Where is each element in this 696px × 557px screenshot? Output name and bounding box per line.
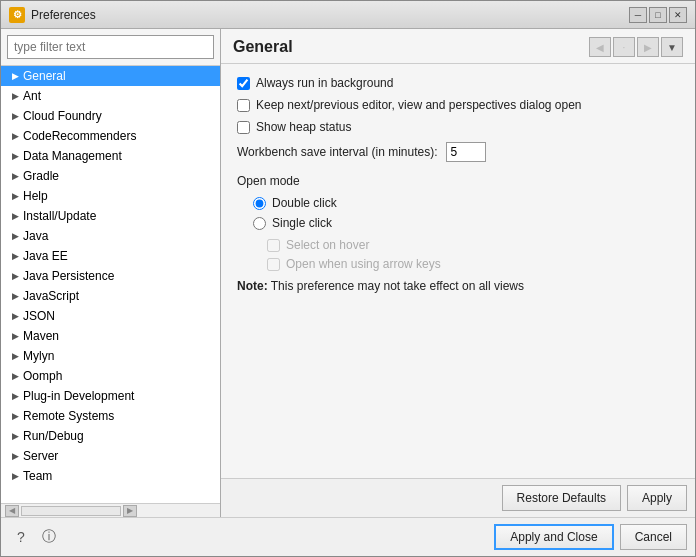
- tree-item-java-ee[interactable]: ▶Java EE: [1, 246, 220, 266]
- tree-item-label-maven: Maven: [23, 329, 59, 343]
- panel-title: General: [233, 38, 293, 56]
- tree-item-label-team: Team: [23, 469, 52, 483]
- bottom-bar: ? ⓘ Apply and Close Cancel: [1, 517, 695, 556]
- tree-item-label-gradle: Gradle: [23, 169, 59, 183]
- tree-item-general[interactable]: ▶General: [1, 66, 220, 86]
- scroll-right-btn[interactable]: ▶: [123, 505, 137, 517]
- tree-item-code-recommenders[interactable]: ▶CodeRecommenders: [1, 126, 220, 146]
- tree-item-team[interactable]: ▶Team: [1, 466, 220, 486]
- tree-arrow-data-management: ▶: [9, 150, 21, 162]
- tree-item-label-general: General: [23, 69, 66, 83]
- search-container: [1, 29, 220, 66]
- single-click-label: Single click: [272, 216, 332, 230]
- show-heap-checkbox[interactable]: [237, 121, 250, 134]
- minimize-button[interactable]: ─: [629, 7, 647, 23]
- preferences-window: ⚙ Preferences ─ □ ✕ ▶General▶Ant▶Cloud F…: [0, 0, 696, 557]
- tree-arrow-general: ▶: [9, 70, 21, 82]
- scroll-left-btn[interactable]: ◀: [5, 505, 19, 517]
- title-bar: ⚙ Preferences ─ □ ✕: [1, 1, 695, 29]
- open-arrow-checkbox[interactable]: [267, 258, 280, 271]
- tree-item-label-javascript: JavaScript: [23, 289, 79, 303]
- apply-button[interactable]: Apply: [627, 485, 687, 511]
- tree-item-json[interactable]: ▶JSON: [1, 306, 220, 326]
- always-run-bg-checkbox[interactable]: [237, 77, 250, 90]
- main-content: ▶General▶Ant▶Cloud Foundry▶CodeRecommend…: [1, 29, 695, 517]
- select-hover-checkbox[interactable]: [267, 239, 280, 252]
- open-mode-group: Double click Single click: [237, 196, 679, 230]
- tree-item-label-json: JSON: [23, 309, 55, 323]
- show-heap-label: Show heap status: [256, 120, 351, 134]
- tree-item-oomph[interactable]: ▶Oomph: [1, 366, 220, 386]
- tree-item-label-data-management: Data Management: [23, 149, 122, 163]
- tree-arrow-run-debug: ▶: [9, 430, 21, 442]
- workbench-label: Workbench save interval (in minutes):: [237, 145, 438, 159]
- restore-defaults-button[interactable]: Restore Defaults: [502, 485, 621, 511]
- note-text: This preference may not take effect on a…: [268, 279, 524, 293]
- tree-item-help[interactable]: ▶Help: [1, 186, 220, 206]
- nav-back-btn[interactable]: ◀: [589, 37, 611, 57]
- tree-arrow-javascript: ▶: [9, 290, 21, 302]
- title-buttons: ─ □ ✕: [629, 7, 687, 23]
- panel-body: Always run in background Keep next/previ…: [221, 64, 695, 478]
- tree-item-java-persistence[interactable]: ▶Java Persistence: [1, 266, 220, 286]
- close-button[interactable]: ✕: [669, 7, 687, 23]
- single-click-radio[interactable]: [253, 217, 266, 230]
- tree-item-cloud-foundry[interactable]: ▶Cloud Foundry: [1, 106, 220, 126]
- tree-item-mylyn[interactable]: ▶Mylyn: [1, 346, 220, 366]
- tree-item-label-server: Server: [23, 449, 58, 463]
- open-arrow-row: Open when using arrow keys: [267, 257, 679, 271]
- tree-item-server[interactable]: ▶Server: [1, 446, 220, 466]
- tree-arrow-java: ▶: [9, 230, 21, 242]
- tree-arrow-install-update: ▶: [9, 210, 21, 222]
- tree-item-java[interactable]: ▶Java: [1, 226, 220, 246]
- horizontal-scrollbar[interactable]: ◀ ▶: [5, 505, 137, 517]
- window-title: Preferences: [31, 8, 96, 22]
- search-input[interactable]: [7, 35, 214, 59]
- tree-arrow-maven: ▶: [9, 330, 21, 342]
- tree-arrow-cloud-foundry: ▶: [9, 110, 21, 122]
- keep-editor-checkbox[interactable]: [237, 99, 250, 112]
- tree-item-remote-systems[interactable]: ▶Remote Systems: [1, 406, 220, 426]
- tree-item-maven[interactable]: ▶Maven: [1, 326, 220, 346]
- tree-item-ant[interactable]: ▶Ant: [1, 86, 220, 106]
- sub-options-group: Select on hover Open when using arrow ke…: [237, 238, 679, 271]
- nav-dropdown-btn[interactable]: ▼: [661, 37, 683, 57]
- tree-item-gradle[interactable]: ▶Gradle: [1, 166, 220, 186]
- maximize-button[interactable]: □: [649, 7, 667, 23]
- show-heap-row: Show heap status: [237, 120, 679, 134]
- select-hover-label: Select on hover: [286, 238, 369, 252]
- select-hover-row: Select on hover: [267, 238, 679, 252]
- open-mode-label: Open mode: [237, 174, 679, 188]
- apply-and-close-button[interactable]: Apply and Close: [494, 524, 613, 550]
- tree-arrow-mylyn: ▶: [9, 350, 21, 362]
- tree-item-run-debug[interactable]: ▶Run/Debug: [1, 426, 220, 446]
- tree-arrow-remote-systems: ▶: [9, 410, 21, 422]
- tree-item-install-update[interactable]: ▶Install/Update: [1, 206, 220, 226]
- tree-arrow-json: ▶: [9, 310, 21, 322]
- tree-item-data-management[interactable]: ▶Data Management: [1, 146, 220, 166]
- workbench-interval-input[interactable]: [446, 142, 486, 162]
- tree-item-label-cloud-foundry: Cloud Foundry: [23, 109, 102, 123]
- tree-arrow-server: ▶: [9, 450, 21, 462]
- right-panel: General ◀ · ▶ ▼ Always run in background: [221, 29, 695, 517]
- tree-arrow-ant: ▶: [9, 90, 21, 102]
- cancel-button[interactable]: Cancel: [620, 524, 687, 550]
- double-click-row: Double click: [253, 196, 679, 210]
- tree-item-javascript[interactable]: ▶JavaScript: [1, 286, 220, 306]
- scroll-track[interactable]: [21, 506, 121, 516]
- tree-arrow-code-recommenders: ▶: [9, 130, 21, 142]
- double-click-radio[interactable]: [253, 197, 266, 210]
- bottom-left-icons: ? ⓘ: [9, 525, 61, 549]
- tree-item-label-java-ee: Java EE: [23, 249, 68, 263]
- nav-separator: ·: [613, 37, 635, 57]
- nav-forward-btn[interactable]: ▶: [637, 37, 659, 57]
- tree-arrow-team: ▶: [9, 470, 21, 482]
- tree-item-plug-in-dev[interactable]: ▶Plug-in Development: [1, 386, 220, 406]
- tree-arrow-oomph: ▶: [9, 370, 21, 382]
- keep-editor-row: Keep next/previous editor, view and pers…: [237, 98, 679, 112]
- help-icon-btn[interactable]: ?: [9, 525, 33, 549]
- tree-arrow-gradle: ▶: [9, 170, 21, 182]
- window-icon: ⚙: [9, 7, 25, 23]
- tree-arrow-plug-in-dev: ▶: [9, 390, 21, 402]
- info-icon-btn[interactable]: ⓘ: [37, 525, 61, 549]
